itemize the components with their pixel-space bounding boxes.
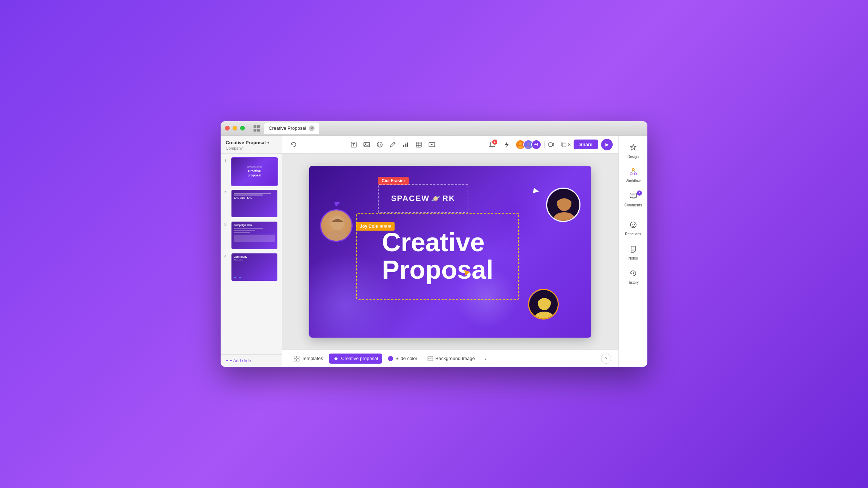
thumb-logo: SPACEW🪐RK [247,166,262,168]
app-window: Creative Proposal ✕ Creative Proposal ▾ … [221,121,647,367]
svg-point-34 [634,173,637,175]
thumb-welcome: Welcome [234,259,275,261]
history-label: History [627,281,639,285]
reactions-label: Reactions [625,232,641,236]
logo-prefix: SPACEW [391,194,430,203]
svg-point-36 [630,222,636,228]
thumb-campaign-title: Campaign plan [234,224,275,226]
svg-rect-35 [630,193,637,198]
theme-button[interactable]: Creative proposal [329,354,382,364]
help-button[interactable]: ? [601,354,611,364]
svg-rect-27 [294,356,296,358]
slide-color-label: Slide color [395,356,417,361]
thumb-stat-1: 97% [234,197,239,199]
slide-item-2[interactable]: 2 97% 33% 67% [224,189,278,218]
active-tab[interactable]: Creative Proposal ✕ [264,123,319,134]
svg-rect-29 [294,359,296,361]
cici-frasier-label: Cici Frasier [378,177,409,185]
right-tool-notes[interactable]: Notes [622,241,645,264]
logo-suffix: RK [442,194,455,203]
minimize-button[interactable] [233,126,237,130]
toolbar-right: 1 [486,139,613,150]
logo-box[interactable]: SPACEW 🪐 RK [378,184,468,213]
background-image-label: Background Image [435,356,475,361]
canvas-area[interactable]: Cici Frasier SPACEW 🪐 RK [282,154,618,350]
right-tool-comments[interactable]: 2 Comments [622,188,645,211]
thumb-stat-2: 33% [240,197,245,199]
traffic-lights [225,126,245,130]
slide-item-3[interactable]: 3 Campaign plan [224,221,278,250]
bottom-toolbar: Templates Creative proposal Slide color [282,350,618,367]
templates-button[interactable]: Templates [289,354,327,364]
color-dot-icon [388,356,393,361]
slides-count: 8 [561,142,571,147]
svg-rect-1 [364,142,370,147]
share-button[interactable]: Share [574,140,598,149]
embed-tool-button[interactable] [426,139,438,150]
slides-list: 1 SPACEW🪐RK Creativeproposal 2 [221,154,282,354]
table-tool-button[interactable] [413,139,425,150]
text-box-tool-button[interactable] [348,139,359,150]
slide-canvas[interactable]: Cici Frasier SPACEW 🪐 RK [309,166,591,338]
logo-text: SPACEW 🪐 RK [391,194,455,203]
expand-arrow-button[interactable]: › [481,354,491,364]
tab-close-button[interactable]: ✕ [309,125,315,131]
play-button[interactable]: ▶ [601,139,613,150]
background-image-button[interactable]: Background Image [423,354,479,364]
svg-point-15 [526,145,531,149]
history-icon [629,269,637,279]
right-tool-workflow[interactable]: Workflow [622,164,645,187]
image-tool-button[interactable] [361,139,373,150]
right-tool-design[interactable]: Design [622,140,645,163]
right-sidebar-divider [625,214,642,214]
emoji-tool-button[interactable] [374,139,386,150]
drawing-tool-button[interactable] [387,139,399,150]
svg-point-4 [379,144,379,145]
toolbar: 1 [282,136,618,154]
right-tool-reactions[interactable]: Reactions [622,217,645,240]
proposal-text-box[interactable]: CreativeProposal [356,213,519,300]
thumb-stat-3: 67% [247,197,252,199]
thumb-metric-1: 2K [234,277,237,279]
comments-badge: 2 [637,191,642,196]
svg-rect-30 [297,359,299,361]
theme-label: Creative proposal [341,356,378,361]
sidebar-title-container[interactable]: Creative Proposal ▾ [226,140,277,145]
video-button[interactable] [544,140,558,149]
avatar-group[interactable]: +4 [515,140,541,150]
add-slide-label: + Add slide [230,358,251,363]
center-content: 1 [282,136,618,367]
comments-icon [629,192,637,202]
slide-item-1[interactable]: 1 SPACEW🪐RK Creativeproposal [224,157,278,186]
slide-thumbnail-4: Case study Welcome 2K 14K [231,253,278,282]
undo-button[interactable] [288,139,299,150]
person-avatar-2 [546,188,580,222]
slide-thumbnail-3: Campaign plan [231,221,278,250]
slide-item-4[interactable]: 4 Case study Welcome 2K 14K [224,253,278,282]
sidebar-company: Company [226,146,277,150]
right-sidebar: Design Workflow [618,136,647,367]
slide-number-1: 1 [224,159,229,163]
sidebar-presentation-title: Creative Proposal [226,140,266,145]
svg-point-14 [527,142,530,145]
notifications-button[interactable]: 1 [486,139,498,150]
main-content: Creative Proposal ▾ Company 1 SPACEW🪐RK … [221,136,647,367]
chart-tool-button[interactable] [400,139,412,150]
maximize-button[interactable] [240,126,245,130]
slide-count-number: 8 [568,142,571,147]
slide-thumb-content-2: 97% 33% 67% [231,190,277,217]
svg-point-20 [327,230,348,242]
slide-color-button[interactable]: Slide color [384,354,422,363]
svg-point-37 [631,224,632,224]
tab-grid-icon[interactable] [254,125,260,132]
add-slide-button[interactable]: + + Add slide [221,354,282,367]
thumb-metric-2: 14K [238,277,242,279]
toolbar-center [348,139,438,150]
right-tool-history[interactable]: History [622,266,645,288]
workflow-label: Workflow [626,179,641,183]
comments-label: Comments [624,203,642,207]
tab-title: Creative Proposal [269,125,306,131]
lightning-button[interactable] [501,139,512,150]
close-button[interactable] [225,126,230,130]
workflow-icon [629,168,637,177]
